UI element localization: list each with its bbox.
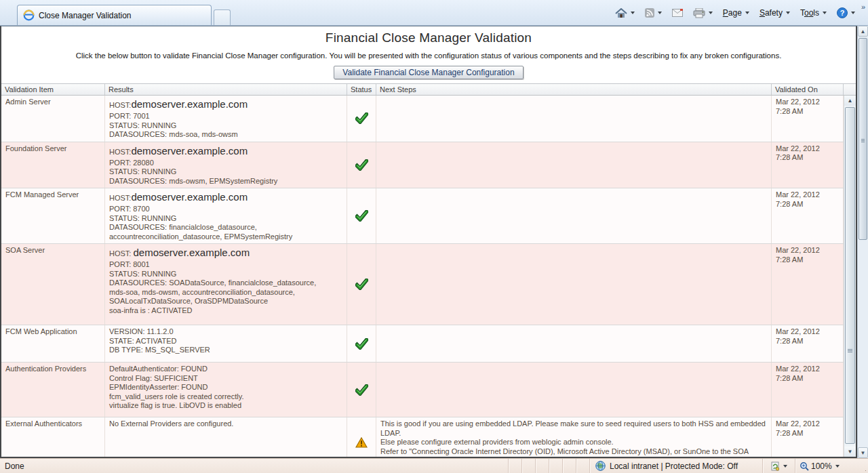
success-check-icon <box>355 210 368 222</box>
menu-dropdown-caret[interactable] <box>745 12 749 14</box>
feeds-dropdown-caret[interactable] <box>658 12 662 14</box>
home-icon <box>615 8 627 18</box>
security-zone-indicator[interactable]: Local intranet | Protected Mode: Off <box>589 459 762 473</box>
help-button[interactable]: ? <box>835 6 857 20</box>
print-dropdown-caret[interactable] <box>709 12 713 14</box>
next-steps-cell <box>376 188 772 243</box>
table-scrollbar-track[interactable] <box>844 106 856 447</box>
new-tab-button[interactable] <box>214 9 231 25</box>
table-scroll-down-button[interactable]: ▼ <box>844 447 856 457</box>
menu-page[interactable]: Page <box>721 7 751 19</box>
status-text: Done <box>0 459 508 473</box>
column-header-results[interactable]: Results <box>105 84 347 95</box>
window-scroll-down-button[interactable]: ▼ <box>858 447 868 458</box>
menu-label: Safety <box>760 8 783 18</box>
column-header-validated-on[interactable]: Validated On <box>772 84 844 95</box>
zoom-level-button[interactable]: 100% <box>795 459 857 473</box>
page-header: Financial Close Manager Validation Click… <box>1 26 856 83</box>
menu-safety[interactable]: Safety <box>757 7 792 19</box>
validation-table-body: Admin ServerHOST:demoserver.example.comP… <box>1 96 844 457</box>
status-cell <box>347 417 376 457</box>
print-button[interactable] <box>691 7 715 20</box>
validation-item-cell: FCM Managed Server <box>1 188 105 243</box>
table-scroll-up-button[interactable]: ▲ <box>844 96 856 106</box>
status-bar-cell <box>521 459 535 473</box>
window-scroll-up-button[interactable]: ▲ <box>858 26 868 37</box>
menu-label: Tools <box>800 8 819 18</box>
status-bar-cell <box>508 459 521 473</box>
next-steps-cell <box>376 96 772 142</box>
compatibility-view-icon <box>770 461 780 471</box>
results-cell: HOST:demoserver.example.comPORT: 8700STA… <box>105 188 347 243</box>
results-cell: VERSION: 11.1.2.0STATE: ACTIVATEDDB TYPE… <box>105 325 347 362</box>
status-cell <box>347 96 376 142</box>
results-cell: HOST:demoserver.example.comPORT: 28080ST… <box>105 142 347 188</box>
validation-item-cell: Admin Server <box>1 96 105 142</box>
status-bar: Done Local intranet | Protected Mode: Of… <box>0 458 868 473</box>
table-scrollbar-thumb[interactable] <box>845 107 855 444</box>
results-cell: HOST: demoserver.example.comPORT: 8001ST… <box>105 244 347 325</box>
next-steps-cell <box>376 325 772 362</box>
column-header-status[interactable]: Status <box>347 84 376 95</box>
status-bar-cell <box>576 459 589 473</box>
overflow-chevron-icon[interactable]: » <box>861 3 865 11</box>
window-scrollbar-track[interactable] <box>858 37 868 447</box>
results-cell: No External Providers are configured. <box>105 417 347 457</box>
validated-on-cell: Mar 22, 20127:28 AM <box>772 142 844 188</box>
home-button[interactable] <box>613 7 637 20</box>
validation-item-cell: External Authenticators <box>1 417 105 457</box>
command-bar: PageSafetyTools ? » <box>613 4 857 22</box>
menu-tools[interactable]: Tools <box>798 7 829 19</box>
intranet-globe-icon <box>595 461 606 471</box>
success-check-icon <box>355 159 368 171</box>
zone-text: Local intranet | Protected Mode: Off <box>610 461 738 471</box>
table-row[interactable]: Authentication ProvidersDefaultAuthentic… <box>1 363 844 417</box>
table-row[interactable]: External AuthenticatorsNo External Provi… <box>1 417 844 457</box>
validation-item-cell: SOA Server <box>1 244 105 325</box>
home-dropdown-caret[interactable] <box>631 12 635 14</box>
tab-title: Close Manager Validation <box>39 11 132 20</box>
zoom-dropdown-caret[interactable] <box>835 465 840 468</box>
help-dropdown-caret[interactable] <box>851 12 855 14</box>
table-row[interactable]: FCM Managed ServerHOST:demoserver.exampl… <box>1 188 844 244</box>
feeds-button[interactable] <box>643 7 664 19</box>
status-bar-cell <box>535 459 549 473</box>
results-cell: DefaultAuthenticator: FOUNDControl Flag:… <box>105 363 347 417</box>
column-header-filler <box>844 84 856 95</box>
validation-item-cell: Foundation Server <box>1 142 105 188</box>
table-row[interactable]: SOA ServerHOST: demoserver.example.comPO… <box>1 244 844 325</box>
window-resize-grip[interactable] <box>857 459 868 473</box>
help-icon: ? <box>837 7 848 18</box>
svg-text:?: ? <box>840 9 845 17</box>
validated-on-cell: Mar 22, 20127:28 AM <box>772 188 844 243</box>
table-row[interactable]: Admin ServerHOST:demoserver.example.comP… <box>1 96 844 142</box>
status-cell <box>347 188 376 243</box>
validated-on-cell: Mar 22, 20127:28 AM <box>772 363 844 417</box>
browser-tab[interactable]: Close Manager Validation <box>17 5 212 25</box>
success-check-icon <box>355 384 368 396</box>
column-header-validation-item[interactable]: Validation Item <box>1 84 105 95</box>
table-row[interactable]: Foundation ServerHOST:demoserver.example… <box>1 142 844 189</box>
page-title: Financial Close Manager Validation <box>1 30 856 45</box>
column-header-next-steps[interactable]: Next Steps <box>376 84 772 95</box>
validate-configuration-button[interactable]: Validate Financial Close Manager Configu… <box>334 66 523 79</box>
table-scrollbar[interactable]: ▲ ▼ <box>844 96 856 457</box>
window-scrollbar[interactable]: ▲ ▼ <box>857 26 868 458</box>
menu-dropdown-caret[interactable] <box>823 12 827 14</box>
compatibility-view-button[interactable] <box>762 459 795 473</box>
status-cell <box>347 142 376 188</box>
status-bar-cell <box>549 459 562 473</box>
window-scrollbar-thumb[interactable] <box>859 38 867 240</box>
command-bar-menus: PageSafetyTools <box>721 7 829 19</box>
compatibility-dropdown-caret[interactable] <box>783 465 787 468</box>
menu-dropdown-caret[interactable] <box>786 12 790 14</box>
rss-feeds-icon <box>645 8 654 18</box>
next-steps-cell: This is good if you are using embedded L… <box>376 417 772 457</box>
validated-on-cell: Mar 22, 20127:28 AM <box>772 417 844 457</box>
read-mail-button[interactable] <box>670 7 685 18</box>
status-bar-cell <box>562 459 576 473</box>
table-row[interactable]: FCM Web ApplicationVERSION: 11.1.2.0STAT… <box>1 325 844 363</box>
page-description: Click the below button to validate Finan… <box>1 52 856 60</box>
success-check-icon <box>355 338 368 350</box>
validated-on-cell: Mar 22, 20127:28 AM <box>772 96 844 142</box>
